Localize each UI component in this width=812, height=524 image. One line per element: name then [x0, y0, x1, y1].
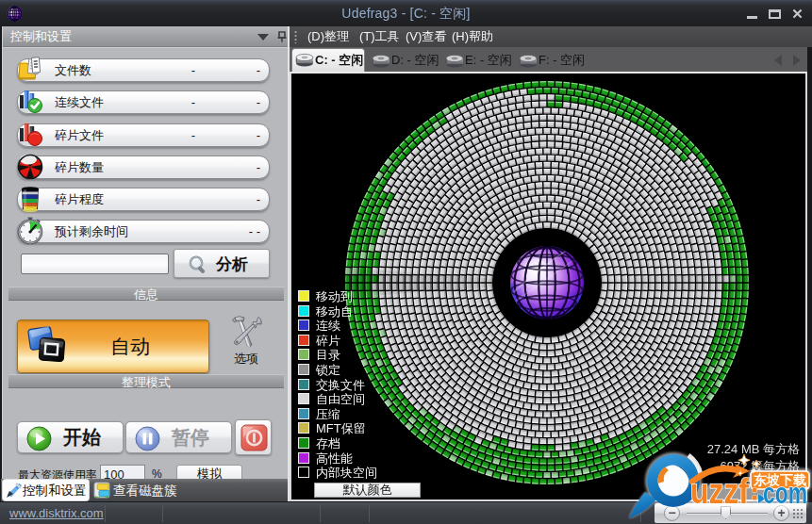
fragment-count-icon [16, 153, 44, 181]
legend-label: 碎片 [316, 334, 340, 348]
legend-swatch [298, 319, 309, 331]
legend-label: 交换文件 [316, 378, 365, 392]
analyze-input[interactable] [21, 254, 169, 274]
stat-percent: - [257, 156, 260, 179]
uzzf-watermark: 东坡下载 uzzf com [613, 441, 812, 524]
legend-label: MFT保留 [316, 421, 366, 435]
fragmentation-icon [16, 185, 44, 213]
legend-label: 移动自 [316, 304, 353, 319]
drive-icon [372, 54, 390, 68]
menu-drag-grip[interactable] [294, 30, 297, 43]
sidebar-body: 文件数 - - 连续文件 - - 碎片文件 - - 碎片数量 - [3, 47, 290, 479]
stat-row-1[interactable]: 文件数 - - [17, 58, 270, 82]
menu-tools[interactable]: (T)工具 [359, 26, 400, 47]
stat-row-2[interactable]: 连续文件 - - [17, 90, 270, 114]
tab-control-settings[interactable]: 控制和设置 [3, 480, 89, 500]
stat-label: 预计剩余时间 [55, 221, 128, 243]
pause-button[interactable]: 暂停 [125, 421, 232, 453]
main-area: (D)整理 (T)工具 (V)查看 (H)帮助 C: - 空闲 D: - 空闲 … [290, 26, 807, 501]
menu-bar: (D)整理 (T)工具 (V)查看 (H)帮助 [290, 26, 812, 47]
stat-row-6[interactable]: 预计剩余时间 - - [17, 220, 270, 243]
tab-view-clusters-label: 查看磁盘簇 [113, 483, 177, 499]
stat-value: - [191, 124, 195, 147]
legend-label: 内部块空间 [316, 466, 377, 480]
menu-defrag[interactable]: (D)整理 [307, 26, 349, 47]
minimize-button[interactable] [744, 7, 762, 21]
tab-drive-e[interactable]: E: - 空闲 [442, 50, 513, 72]
drive-icon [519, 54, 538, 68]
tab-drive-c[interactable]: C: - 空闲 [291, 48, 365, 72]
tab-drive-d[interactable]: D: - 空闲 [369, 50, 439, 72]
stat-label: 碎片数量 [55, 156, 104, 179]
tab-view-clusters[interactable]: 查看磁盘簇 [91, 480, 176, 500]
stat-value: - [191, 91, 195, 114]
stat-label: 碎片程度 [55, 188, 104, 211]
legend-swatch [298, 437, 309, 449]
legend-label: 连续 [316, 319, 340, 333]
close-button[interactable]: ✕ [788, 7, 806, 21]
control-settings-icon [6, 482, 24, 499]
stat-label: 连续文件 [55, 91, 104, 114]
start-label: 开始 [63, 425, 101, 450]
watermark-suffix: com [763, 477, 807, 510]
stat-label: 文件数 [55, 59, 91, 82]
default-colors-button[interactable]: 默认颜色 [314, 483, 421, 498]
menu-view[interactable]: (V)查看 [406, 26, 446, 47]
app-window: Udefrag3 - [C: - 空闲] ✕ 控制和设置 文件数 - - [0, 0, 812, 524]
options-label: 选项 [212, 351, 280, 368]
legend-swatch [298, 408, 309, 419]
legend-swatch [298, 452, 309, 464]
stat-percent: - - [249, 221, 260, 243]
start-button[interactable]: 开始 [17, 421, 124, 453]
tab-control-settings-label: 控制和设置 [23, 483, 87, 499]
play-icon [26, 426, 52, 451]
stat-row-3[interactable]: 碎片文件 - - [17, 123, 270, 147]
title-bar: Udefrag3 - [C: - 空闲] ✕ [0, 0, 812, 26]
stat-percent: - [257, 91, 260, 114]
magnifier-icon [187, 254, 209, 276]
menu-help[interactable]: (H)帮助 [452, 26, 493, 47]
tab-scroll-right-icon[interactable] [793, 55, 801, 66]
chevron-down-icon[interactable] [257, 34, 269, 41]
legend-swatch [298, 393, 309, 404]
drive-tabbar: C: - 空闲 D: - 空闲 E: - 空闲 F: - 空闲 [290, 47, 807, 72]
legend-label: 高性能 [316, 451, 353, 466]
resource-row: 最大资源使用率 % 模拟 [3, 465, 290, 479]
disk-view-panel: 移动到 移动自 连续 碎片 目录 锁定 交换文件 自由空间 压缩 MFT保留 存… [290, 72, 807, 501]
drive-tab-label: C: - 空闲 [315, 52, 363, 69]
tab-scroll-left-icon[interactable] [774, 55, 782, 66]
auto-button[interactable]: 自动 [17, 319, 209, 373]
disktrix-link[interactable]: www.disktrix.com [9, 506, 104, 520]
legend-label: 锁定 [316, 363, 340, 377]
drive-tab-label: E: - 空闲 [465, 52, 512, 69]
stop-icon [240, 424, 268, 451]
sidebar-tabbar: 控制和设置 查看磁盘簇 [1, 479, 290, 501]
minimize-icon [747, 16, 757, 19]
drive-tab-label: D: - 空闲 [391, 52, 439, 69]
analyze-button[interactable]: 分析 [174, 249, 270, 278]
legend-label: 存档 [316, 436, 340, 450]
options-icon[interactable] [227, 315, 265, 351]
auto-label: 自动 [52, 334, 208, 360]
stat-row-5[interactable]: 碎片程度 - [17, 188, 270, 211]
disk-block-map[interactable] [291, 74, 805, 499]
pause-label: 暂停 [172, 425, 209, 450]
sidebar-title: 控制和设置 [10, 26, 72, 47]
tab-drive-f[interactable]: F: - 空闲 [516, 50, 587, 72]
legend-swatch [298, 379, 309, 390]
legend-swatch [298, 467, 309, 478]
statusbar-separator [105, 504, 106, 522]
resource-input[interactable] [100, 465, 145, 479]
legend-swatch [298, 335, 309, 346]
legend-swatch [298, 305, 309, 317]
simulate-button[interactable]: 模拟 [176, 465, 242, 479]
stat-percent: - [257, 124, 260, 147]
watermark-word: uzzf [690, 472, 750, 511]
maximize-icon [769, 9, 781, 19]
stat-row-4[interactable]: 碎片数量 - [17, 156, 270, 179]
file-count-icon [16, 56, 44, 84]
contiguous-files-icon [16, 88, 44, 116]
legend-swatch [298, 364, 309, 375]
maximize-button[interactable] [767, 7, 785, 21]
stop-button[interactable] [235, 419, 272, 455]
